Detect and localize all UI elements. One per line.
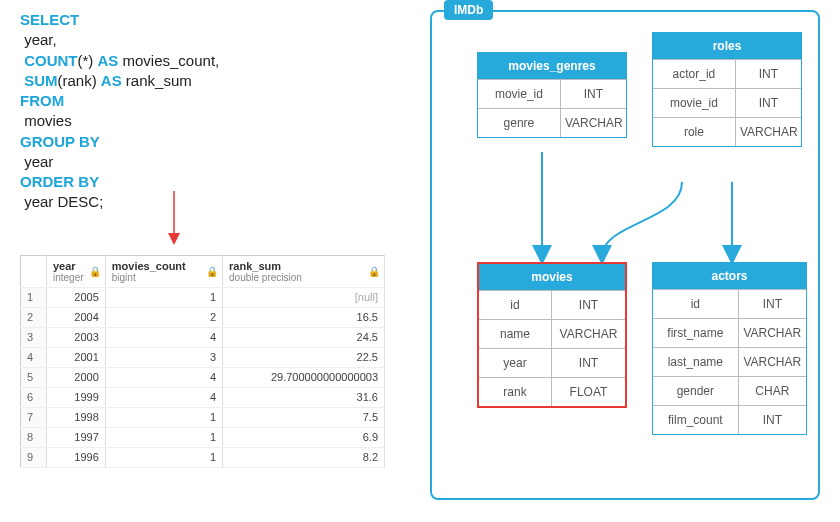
table-row: 52000429.700000000000003	[21, 367, 385, 387]
table-row: 8199716.9	[21, 427, 385, 447]
left-column: SELECT year, COUNT(*) AS movies_count, S…	[20, 10, 385, 468]
table-row: 9199618.2	[21, 447, 385, 467]
table-row: 42001322.5	[21, 347, 385, 367]
sql-text: year	[20, 153, 53, 170]
col-movies-count: movies_countbigint🔒	[105, 255, 222, 287]
table-title: roles	[653, 33, 801, 59]
sql-text: year DESC;	[20, 193, 103, 210]
sql-keyword: SELECT	[20, 11, 79, 28]
sql-keyword: AS	[98, 52, 119, 69]
sql-keyword: COUNT	[20, 52, 78, 69]
sql-text: year,	[20, 31, 57, 48]
sql-keyword: FROM	[20, 92, 64, 109]
table-title: movies	[479, 264, 625, 290]
result-table: yearinteger🔒 movies_countbigint🔒 rank_su…	[20, 255, 385, 468]
arrow-down-icon	[165, 191, 385, 249]
table-actors: actors idINT first_nameVARCHAR last_name…	[652, 262, 807, 435]
sql-keyword: ORDER BY	[20, 173, 99, 190]
sql-query: SELECT year, COUNT(*) AS movies_count, S…	[20, 10, 385, 213]
schema-diagram: IMDb movies_genres movie_idINT genreVARC…	[430, 10, 820, 500]
sql-text: movies	[20, 112, 72, 129]
lock-icon: 🔒	[368, 266, 380, 277]
lock-icon: 🔒	[89, 266, 101, 277]
table-title: movies_genres	[478, 53, 626, 79]
col-rank-sum: rank_sumdouble precision🔒	[223, 255, 385, 287]
table-roles: roles actor_idINT movie_idINT roleVARCHA…	[652, 32, 802, 147]
table-movies: movies idINT nameVARCHAR yearINT rankFLO…	[477, 262, 627, 408]
table-title: actors	[653, 263, 806, 289]
col-year: yearinteger🔒	[47, 255, 106, 287]
sql-keyword: AS	[101, 72, 122, 89]
table-row: 32003424.5	[21, 327, 385, 347]
table-row: 120051[null]	[21, 287, 385, 307]
table-row: 61999431.6	[21, 387, 385, 407]
lock-icon: 🔒	[206, 266, 218, 277]
table-movies-genres: movies_genres movie_idINT genreVARCHAR	[477, 52, 627, 138]
result-header-row: yearinteger🔒 movies_countbigint🔒 rank_su…	[21, 255, 385, 287]
database-label: IMDb	[444, 0, 493, 20]
table-row: 7199817.5	[21, 407, 385, 427]
sql-keyword: GROUP BY	[20, 133, 100, 150]
sql-keyword: SUM	[20, 72, 58, 89]
table-row: 22004216.5	[21, 307, 385, 327]
